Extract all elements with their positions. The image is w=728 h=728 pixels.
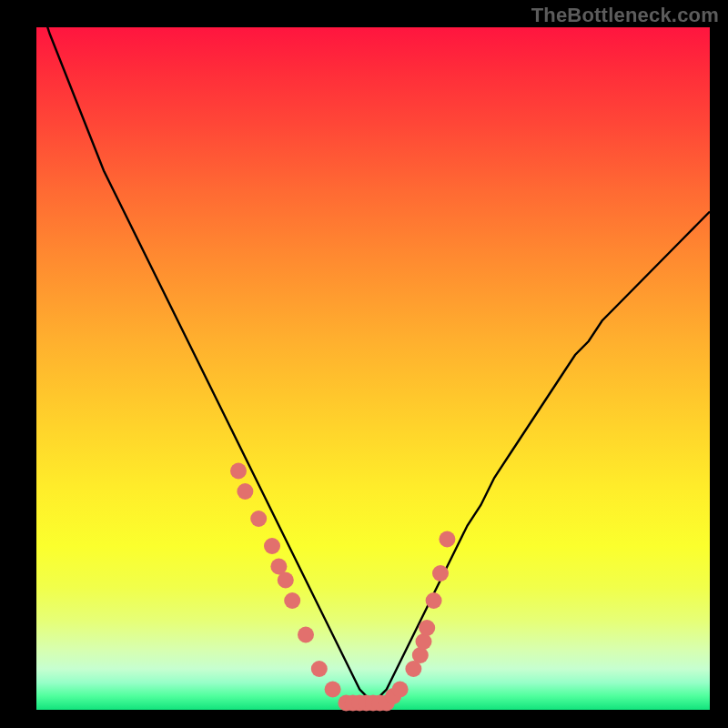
chart-svg (36, 27, 710, 710)
marker-point (416, 633, 432, 650)
watermark-text: TheBottleneck.com (531, 4, 719, 27)
scatter-points (230, 463, 455, 712)
marker-point (250, 511, 267, 527)
marker-point (278, 572, 294, 589)
chart-frame: TheBottleneck.com (0, 0, 728, 728)
bottleneck-curve (36, 0, 710, 703)
marker-point (412, 647, 429, 663)
marker-point (284, 592, 300, 609)
marker-point (298, 627, 314, 643)
marker-point (439, 531, 455, 548)
marker-point (237, 483, 253, 500)
marker-point (392, 682, 409, 698)
marker-point (432, 565, 449, 581)
marker-point (311, 661, 328, 677)
marker-point (325, 682, 341, 698)
marker-point (264, 538, 280, 554)
plot-area (36, 27, 710, 710)
marker-point (419, 620, 435, 636)
marker-point (230, 463, 247, 480)
marker-point (426, 592, 442, 609)
